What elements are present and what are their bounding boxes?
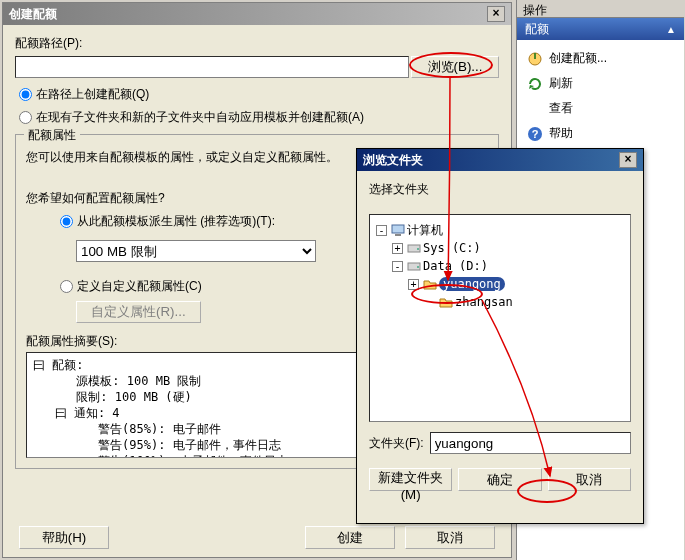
chevron-up-icon: ▲	[666, 24, 676, 35]
titlebar: 创建配额 ×	[3, 3, 511, 25]
cancel-button[interactable]: 取消	[548, 468, 631, 491]
browse-folder-dialog: 浏览文件夹 × 选择文件夹 - 计算机 + Sys (C:) - Data (D…	[356, 148, 644, 524]
help-button[interactable]: 帮助(H)	[19, 526, 109, 549]
radio-custom-label: 定义自定义配额属性(C)	[77, 278, 202, 295]
sidebar-item-label: 查看	[549, 100, 573, 117]
template-select[interactable]: 100 MB 限制	[76, 240, 316, 262]
browse-title: 浏览文件夹	[363, 152, 423, 169]
dialog-title: 创建配额	[9, 6, 57, 23]
radio-create-on-path-label: 在路径上创建配额(Q)	[36, 86, 149, 103]
svg-rect-1	[534, 53, 536, 59]
computer-icon	[391, 224, 405, 236]
radio-from-template-label: 从此配额模板派生属性 (推荐选项)(T):	[77, 213, 275, 230]
quota-icon	[527, 51, 543, 67]
svg-rect-4	[392, 225, 404, 233]
new-folder-button[interactable]: 新建文件夹(M)	[369, 468, 452, 491]
svg-rect-5	[395, 234, 401, 236]
radio-create-on-path[interactable]	[19, 88, 32, 101]
folder-icon	[423, 278, 437, 290]
radio-auto-apply-label: 在现有子文件夹和新的子文件夹中自动应用模板并创建配额(A)	[36, 109, 364, 126]
help-icon: ?	[527, 126, 543, 142]
folder-tree[interactable]: - 计算机 + Sys (C:) - Data (D:) + yuangong	[369, 214, 631, 422]
blank-icon	[527, 101, 543, 117]
drive-icon	[407, 260, 421, 272]
ok-button[interactable]: 确定	[458, 468, 541, 491]
close-icon[interactable]: ×	[619, 152, 637, 168]
svg-point-9	[417, 266, 419, 268]
select-folder-label: 选择文件夹	[369, 181, 631, 198]
radio-custom[interactable]	[60, 280, 73, 293]
sidebar-item-view[interactable]: 查看	[521, 96, 680, 121]
custom-properties-button[interactable]: 自定义属性(R)...	[76, 301, 201, 323]
actions-subheader-label: 配额	[525, 21, 549, 38]
sidebar-item-label: 创建配额...	[549, 50, 607, 67]
path-label: 配额路径(P):	[15, 35, 499, 52]
tree-expander[interactable]: +	[408, 279, 419, 290]
browse-button[interactable]: 浏览(B)...	[411, 56, 499, 78]
sidebar-item-label: 帮助	[549, 125, 573, 142]
quota-path-input[interactable]	[15, 56, 409, 78]
radio-from-template[interactable]	[60, 215, 73, 228]
actions-header: 操作	[517, 0, 684, 18]
tree-node-yuangong[interactable]: yuangong	[439, 277, 505, 291]
tree-node-computer[interactable]: 计算机	[407, 222, 443, 239]
tree-node-drive-c[interactable]: Sys (C:)	[423, 241, 481, 255]
tree-expander[interactable]: -	[376, 225, 387, 236]
close-icon[interactable]: ×	[487, 6, 505, 22]
groupbox-title: 配额属性	[24, 127, 80, 144]
refresh-icon	[527, 76, 543, 92]
sidebar-item-create-quota[interactable]: 创建配额...	[521, 46, 680, 71]
create-button[interactable]: 创建	[305, 526, 395, 549]
folder-icon	[439, 296, 453, 308]
svg-point-7	[417, 248, 419, 250]
tree-node-zhangsan[interactable]: zhangsan	[455, 295, 513, 309]
drive-icon	[407, 242, 421, 254]
sidebar-item-label: 刷新	[549, 75, 573, 92]
cancel-button[interactable]: 取消	[405, 526, 495, 549]
browse-titlebar: 浏览文件夹 ×	[357, 149, 643, 171]
tree-expander[interactable]: +	[392, 243, 403, 254]
actions-subheader[interactable]: 配额 ▲	[517, 18, 684, 40]
sidebar-item-refresh[interactable]: 刷新	[521, 71, 680, 96]
tree-expander[interactable]: -	[392, 261, 403, 272]
sidebar-item-help[interactable]: ? 帮助	[521, 121, 680, 146]
folder-field-label: 文件夹(F):	[369, 435, 424, 452]
tree-node-drive-d[interactable]: Data (D:)	[423, 259, 488, 273]
radio-auto-apply[interactable]	[19, 111, 32, 124]
svg-text:?: ?	[532, 128, 539, 140]
folder-name-input[interactable]	[430, 432, 631, 454]
